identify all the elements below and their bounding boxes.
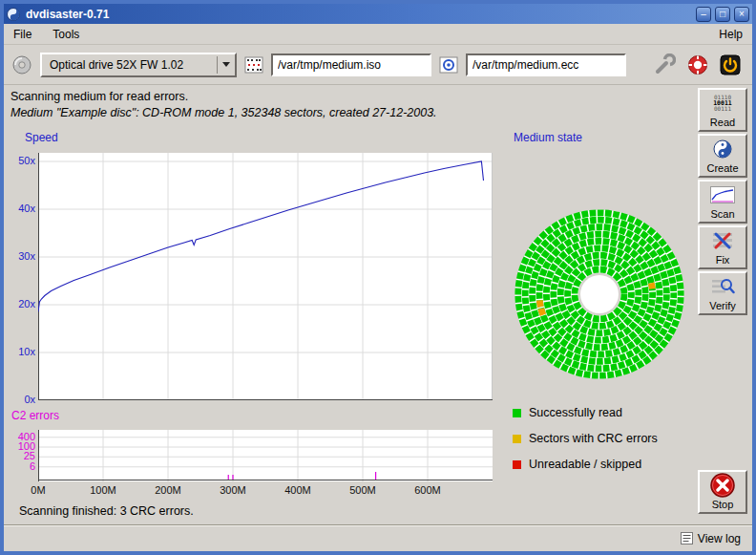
app-window: dvdisaster-0.71 – □ × File Tools Help Op… (0, 0, 756, 555)
close-button[interactable]: × (734, 7, 749, 22)
verify-button-label: Verify (709, 300, 736, 311)
minimize-button[interactable]: – (696, 7, 711, 22)
verify-magnifier-icon (700, 273, 746, 300)
drive-select-value: Optical drive 52X FW 1.02 (50, 58, 217, 72)
read-binary-icon: 01110 10011 00111 (700, 90, 746, 117)
menu-file[interactable]: File (13, 28, 32, 41)
stop-button[interactable]: Stop (698, 470, 747, 514)
legend-row: Unreadable / skipped (513, 458, 658, 471)
quit-power-icon[interactable] (720, 54, 741, 75)
iso-file-icon (244, 55, 263, 75)
create-button[interactable]: Create (698, 134, 747, 178)
legend-label-unreadable: Unreadable / skipped (529, 458, 641, 471)
stop-icon (700, 472, 746, 499)
legend-label-crc: Sectors with CRC errors (529, 432, 658, 445)
view-log-button[interactable]: View log (681, 532, 741, 545)
medium-state-title: Medium state (514, 131, 582, 144)
legend: Successfully read Sectors with CRC error… (513, 406, 658, 471)
fix-tools-icon (700, 227, 746, 254)
c2-chart-title: C2 errors (11, 409, 59, 422)
fix-button[interactable]: Fix (698, 225, 747, 269)
view-log-label: View log (698, 532, 741, 545)
menu-tools[interactable]: Tools (52, 28, 79, 41)
scan-chart-icon (700, 181, 746, 208)
c2-errors-chart (38, 430, 493, 481)
legend-label-good: Successfully read (529, 406, 622, 419)
stop-button-label: Stop (712, 499, 734, 510)
speed-chart (38, 153, 493, 400)
x-axis-labels: 0M100M200M300M400M500M600M (38, 484, 496, 498)
legend-row: Successfully read (513, 406, 658, 419)
read-button[interactable]: 01110 10011 00111 Read (698, 88, 747, 132)
help-icon[interactable] (687, 54, 708, 75)
menu-help[interactable]: Help (719, 28, 743, 41)
ecc-path-input[interactable] (466, 53, 626, 76)
statusbar: View log (4, 524, 752, 551)
medium-state-disc (508, 203, 691, 386)
fix-button-label: Fix (716, 254, 730, 266)
create-yinyang-icon (700, 136, 746, 162)
scan-button-label: Scan (710, 208, 734, 220)
titlebar[interactable]: dvdisaster-0.71 – □ × (4, 4, 752, 24)
drive-select[interactable]: Optical drive 52X FW 1.02 (40, 53, 237, 77)
scan-button[interactable]: Scan (698, 180, 747, 224)
legend-swatch-crc (513, 435, 521, 443)
speed-chart-title: Speed (25, 131, 58, 144)
legend-swatch-unreadable (513, 460, 521, 469)
ecc-file-icon (439, 55, 458, 75)
finished-message: Scanning finished: 3 CRC errors. (19, 504, 194, 518)
iso-path-input[interactable] (271, 53, 431, 76)
maximize-button[interactable]: □ (715, 7, 730, 22)
verify-button[interactable]: Verify (698, 271, 747, 315)
chevron-down-icon (218, 62, 235, 67)
drive-icon (11, 54, 32, 75)
legend-row: Sectors with CRC errors (513, 432, 658, 445)
read-button-label: Read (710, 117, 735, 128)
window-title: dvdisaster-0.71 (24, 8, 692, 21)
app-icon (7, 8, 20, 21)
create-button-label: Create (706, 162, 738, 174)
status-line-2: Medium "Example disc": CD-ROM mode 1, 35… (10, 105, 437, 121)
status-line-1: Scanning medium for read errors. (10, 89, 437, 105)
toolbar: Optical drive 52X FW 1.02 (4, 45, 752, 85)
log-icon (681, 532, 693, 544)
legend-swatch-good (513, 409, 521, 417)
status-area: Scanning medium for read errors. Medium … (10, 89, 437, 121)
preferences-wrench-icon[interactable] (653, 53, 676, 76)
menubar: File Tools Help (4, 24, 752, 45)
